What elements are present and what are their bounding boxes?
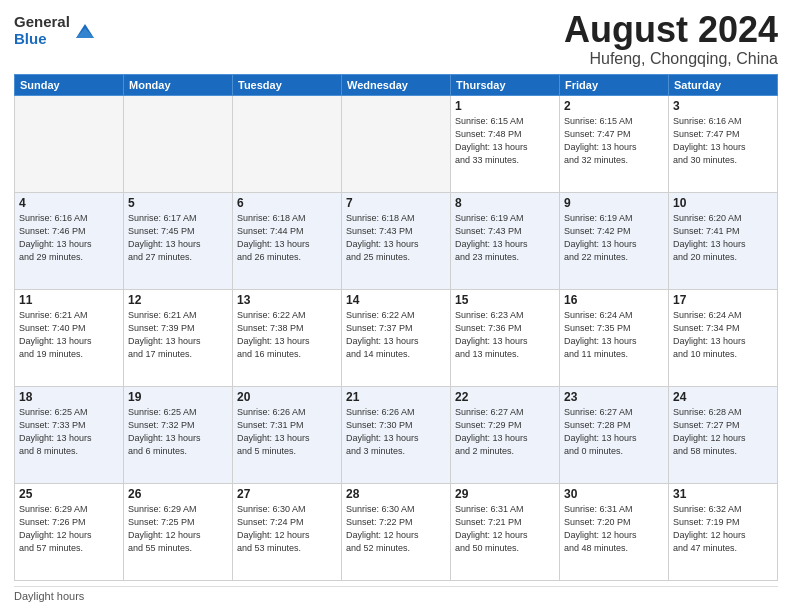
day-info: Sunrise: 6:21 AM Sunset: 7:39 PM Dayligh… xyxy=(128,309,228,361)
day-info: Sunrise: 6:30 AM Sunset: 7:24 PM Dayligh… xyxy=(237,503,337,555)
day-info: Sunrise: 6:31 AM Sunset: 7:21 PM Dayligh… xyxy=(455,503,555,555)
logo: General Blue xyxy=(14,14,96,47)
day-number: 1 xyxy=(455,99,555,113)
day-info: Sunrise: 6:18 AM Sunset: 7:44 PM Dayligh… xyxy=(237,212,337,264)
day-info: Sunrise: 6:19 AM Sunset: 7:42 PM Dayligh… xyxy=(564,212,664,264)
day-number: 24 xyxy=(673,390,773,404)
calendar-cell: 30Sunrise: 6:31 AM Sunset: 7:20 PM Dayli… xyxy=(560,483,669,580)
calendar-header-tuesday: Tuesday xyxy=(233,74,342,95)
calendar-cell: 22Sunrise: 6:27 AM Sunset: 7:29 PM Dayli… xyxy=(451,386,560,483)
day-info: Sunrise: 6:29 AM Sunset: 7:26 PM Dayligh… xyxy=(19,503,119,555)
calendar-cell: 27Sunrise: 6:30 AM Sunset: 7:24 PM Dayli… xyxy=(233,483,342,580)
day-number: 27 xyxy=(237,487,337,501)
day-info: Sunrise: 6:24 AM Sunset: 7:35 PM Dayligh… xyxy=(564,309,664,361)
calendar-table: SundayMondayTuesdayWednesdayThursdayFrid… xyxy=(14,74,778,581)
day-info: Sunrise: 6:30 AM Sunset: 7:22 PM Dayligh… xyxy=(346,503,446,555)
day-number: 12 xyxy=(128,293,228,307)
day-number: 7 xyxy=(346,196,446,210)
day-info: Sunrise: 6:29 AM Sunset: 7:25 PM Dayligh… xyxy=(128,503,228,555)
day-info: Sunrise: 6:22 AM Sunset: 7:38 PM Dayligh… xyxy=(237,309,337,361)
day-info: Sunrise: 6:16 AM Sunset: 7:47 PM Dayligh… xyxy=(673,115,773,167)
day-number: 11 xyxy=(19,293,119,307)
day-number: 10 xyxy=(673,196,773,210)
calendar-cell: 26Sunrise: 6:29 AM Sunset: 7:25 PM Dayli… xyxy=(124,483,233,580)
day-info: Sunrise: 6:17 AM Sunset: 7:45 PM Dayligh… xyxy=(128,212,228,264)
calendar-cell: 12Sunrise: 6:21 AM Sunset: 7:39 PM Dayli… xyxy=(124,289,233,386)
day-info: Sunrise: 6:23 AM Sunset: 7:36 PM Dayligh… xyxy=(455,309,555,361)
calendar-cell: 31Sunrise: 6:32 AM Sunset: 7:19 PM Dayli… xyxy=(669,483,778,580)
day-number: 9 xyxy=(564,196,664,210)
calendar-cell: 19Sunrise: 6:25 AM Sunset: 7:32 PM Dayli… xyxy=(124,386,233,483)
calendar-cell xyxy=(233,95,342,192)
day-number: 25 xyxy=(19,487,119,501)
day-number: 14 xyxy=(346,293,446,307)
day-info: Sunrise: 6:27 AM Sunset: 7:29 PM Dayligh… xyxy=(455,406,555,458)
logo-general: General xyxy=(14,14,70,31)
calendar-cell: 21Sunrise: 6:26 AM Sunset: 7:30 PM Dayli… xyxy=(342,386,451,483)
calendar-cell: 3Sunrise: 6:16 AM Sunset: 7:47 PM Daylig… xyxy=(669,95,778,192)
footer: Daylight hours xyxy=(14,586,778,602)
day-number: 23 xyxy=(564,390,664,404)
svg-marker-1 xyxy=(76,28,94,38)
day-number: 2 xyxy=(564,99,664,113)
day-number: 4 xyxy=(19,196,119,210)
calendar-cell: 17Sunrise: 6:24 AM Sunset: 7:34 PM Dayli… xyxy=(669,289,778,386)
calendar-cell: 18Sunrise: 6:25 AM Sunset: 7:33 PM Dayli… xyxy=(15,386,124,483)
day-number: 6 xyxy=(237,196,337,210)
calendar-cell: 10Sunrise: 6:20 AM Sunset: 7:41 PM Dayli… xyxy=(669,192,778,289)
calendar-cell: 28Sunrise: 6:30 AM Sunset: 7:22 PM Dayli… xyxy=(342,483,451,580)
calendar-cell: 4Sunrise: 6:16 AM Sunset: 7:46 PM Daylig… xyxy=(15,192,124,289)
calendar-cell: 25Sunrise: 6:29 AM Sunset: 7:26 PM Dayli… xyxy=(15,483,124,580)
calendar-cell: 11Sunrise: 6:21 AM Sunset: 7:40 PM Dayli… xyxy=(15,289,124,386)
main-title: August 2024 xyxy=(564,10,778,50)
day-number: 13 xyxy=(237,293,337,307)
day-info: Sunrise: 6:32 AM Sunset: 7:19 PM Dayligh… xyxy=(673,503,773,555)
calendar-cell: 23Sunrise: 6:27 AM Sunset: 7:28 PM Dayli… xyxy=(560,386,669,483)
day-info: Sunrise: 6:21 AM Sunset: 7:40 PM Dayligh… xyxy=(19,309,119,361)
day-info: Sunrise: 6:15 AM Sunset: 7:48 PM Dayligh… xyxy=(455,115,555,167)
logo-text: General Blue xyxy=(14,14,70,47)
calendar-cell: 20Sunrise: 6:26 AM Sunset: 7:31 PM Dayli… xyxy=(233,386,342,483)
day-number: 18 xyxy=(19,390,119,404)
day-info: Sunrise: 6:16 AM Sunset: 7:46 PM Dayligh… xyxy=(19,212,119,264)
calendar-cell: 16Sunrise: 6:24 AM Sunset: 7:35 PM Dayli… xyxy=(560,289,669,386)
page: General Blue August 2024 Hufeng, Chongqi… xyxy=(0,0,792,612)
day-info: Sunrise: 6:24 AM Sunset: 7:34 PM Dayligh… xyxy=(673,309,773,361)
day-number: 5 xyxy=(128,196,228,210)
day-number: 19 xyxy=(128,390,228,404)
day-number: 16 xyxy=(564,293,664,307)
day-number: 30 xyxy=(564,487,664,501)
calendar-cell: 6Sunrise: 6:18 AM Sunset: 7:44 PM Daylig… xyxy=(233,192,342,289)
day-number: 17 xyxy=(673,293,773,307)
logo-blue: Blue xyxy=(14,31,70,48)
day-info: Sunrise: 6:26 AM Sunset: 7:30 PM Dayligh… xyxy=(346,406,446,458)
day-info: Sunrise: 6:25 AM Sunset: 7:32 PM Dayligh… xyxy=(128,406,228,458)
day-number: 26 xyxy=(128,487,228,501)
calendar-cell: 29Sunrise: 6:31 AM Sunset: 7:21 PM Dayli… xyxy=(451,483,560,580)
daylight-label: Daylight hours xyxy=(14,590,84,602)
day-number: 29 xyxy=(455,487,555,501)
calendar-cell: 1Sunrise: 6:15 AM Sunset: 7:48 PM Daylig… xyxy=(451,95,560,192)
day-info: Sunrise: 6:26 AM Sunset: 7:31 PM Dayligh… xyxy=(237,406,337,458)
day-info: Sunrise: 6:22 AM Sunset: 7:37 PM Dayligh… xyxy=(346,309,446,361)
calendar-cell: 9Sunrise: 6:19 AM Sunset: 7:42 PM Daylig… xyxy=(560,192,669,289)
day-number: 15 xyxy=(455,293,555,307)
day-number: 28 xyxy=(346,487,446,501)
calendar-header-saturday: Saturday xyxy=(669,74,778,95)
day-number: 8 xyxy=(455,196,555,210)
day-number: 3 xyxy=(673,99,773,113)
calendar-header-wednesday: Wednesday xyxy=(342,74,451,95)
calendar-header-monday: Monday xyxy=(124,74,233,95)
calendar-cell: 5Sunrise: 6:17 AM Sunset: 7:45 PM Daylig… xyxy=(124,192,233,289)
calendar-cell xyxy=(342,95,451,192)
day-info: Sunrise: 6:20 AM Sunset: 7:41 PM Dayligh… xyxy=(673,212,773,264)
day-info: Sunrise: 6:31 AM Sunset: 7:20 PM Dayligh… xyxy=(564,503,664,555)
day-info: Sunrise: 6:25 AM Sunset: 7:33 PM Dayligh… xyxy=(19,406,119,458)
calendar-cell: 24Sunrise: 6:28 AM Sunset: 7:27 PM Dayli… xyxy=(669,386,778,483)
calendar-header-sunday: Sunday xyxy=(15,74,124,95)
day-info: Sunrise: 6:19 AM Sunset: 7:43 PM Dayligh… xyxy=(455,212,555,264)
calendar-cell: 2Sunrise: 6:15 AM Sunset: 7:47 PM Daylig… xyxy=(560,95,669,192)
calendar-cell: 15Sunrise: 6:23 AM Sunset: 7:36 PM Dayli… xyxy=(451,289,560,386)
day-info: Sunrise: 6:27 AM Sunset: 7:28 PM Dayligh… xyxy=(564,406,664,458)
day-info: Sunrise: 6:28 AM Sunset: 7:27 PM Dayligh… xyxy=(673,406,773,458)
